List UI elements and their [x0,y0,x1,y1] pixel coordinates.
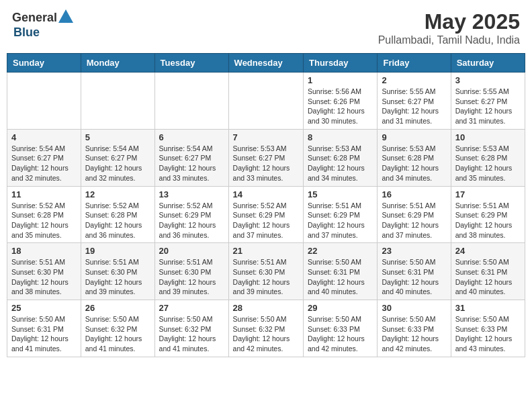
calendar-cell: 15Sunrise: 5:51 AM Sunset: 6:29 PM Dayli… [304,186,378,243]
calendar-cell [228,73,303,130]
day-info: Sunrise: 5:54 AM Sunset: 6:27 PM Dayligh… [11,144,77,183]
day-number: 13 [159,189,224,199]
day-info: Sunrise: 5:50 AM Sunset: 6:31 PM Dayligh… [455,257,521,297]
logo-icon [58,9,73,23]
weekday-header: Monday [81,54,154,73]
day-number: 23 [382,246,446,256]
day-info: Sunrise: 5:51 AM Sunset: 6:29 PM Dayligh… [382,201,446,240]
day-number: 7 [233,132,299,142]
calendar-cell: 18Sunrise: 5:51 AM Sunset: 6:30 PM Dayli… [7,243,81,300]
day-number: 2 [382,75,446,85]
day-info: Sunrise: 5:50 AM Sunset: 6:33 PM Dayligh… [455,314,521,354]
day-info: Sunrise: 5:54 AM Sunset: 6:27 PM Dayligh… [159,144,224,183]
calendar-cell: 4Sunrise: 5:54 AM Sunset: 6:27 PM Daylig… [7,129,81,186]
calendar-cell: 24Sunrise: 5:50 AM Sunset: 6:31 PM Dayli… [451,243,525,300]
calendar-cell: 31Sunrise: 5:50 AM Sunset: 6:33 PM Dayli… [451,300,525,357]
weekday-header: Wednesday [228,54,303,73]
day-number: 18 [11,246,77,256]
calendar-cell: 10Sunrise: 5:53 AM Sunset: 6:28 PM Dayli… [451,129,525,186]
calendar-week-row: 1Sunrise: 5:56 AM Sunset: 6:26 PM Daylig… [7,73,525,130]
day-number: 27 [159,303,224,313]
day-info: Sunrise: 5:55 AM Sunset: 6:27 PM Dayligh… [382,87,446,126]
day-info: Sunrise: 5:50 AM Sunset: 6:31 PM Dayligh… [382,257,446,297]
calendar-cell: 26Sunrise: 5:50 AM Sunset: 6:32 PM Dayli… [81,300,154,357]
calendar-cell: 29Sunrise: 5:50 AM Sunset: 6:33 PM Dayli… [304,300,378,357]
day-info: Sunrise: 5:50 AM Sunset: 6:32 PM Dayligh… [233,314,299,354]
calendar-cell: 30Sunrise: 5:50 AM Sunset: 6:33 PM Dayli… [378,300,451,357]
logo-general: General [12,11,57,25]
day-info: Sunrise: 5:54 AM Sunset: 6:27 PM Dayligh… [85,144,150,183]
day-number: 3 [455,75,521,85]
calendar-cell: 19Sunrise: 5:51 AM Sunset: 6:30 PM Dayli… [81,243,154,300]
calendar-week-row: 11Sunrise: 5:52 AM Sunset: 6:28 PM Dayli… [7,186,525,243]
day-info: Sunrise: 5:55 AM Sunset: 6:27 PM Dayligh… [455,87,521,126]
day-number: 5 [85,132,150,142]
day-number: 26 [85,303,150,313]
day-number: 25 [11,303,77,313]
day-info: Sunrise: 5:51 AM Sunset: 6:29 PM Dayligh… [455,201,521,240]
subtitle: Pullambadi, Tamil Nadu, India [378,34,520,46]
day-info: Sunrise: 5:52 AM Sunset: 6:29 PM Dayligh… [233,201,299,240]
calendar-cell: 23Sunrise: 5:50 AM Sunset: 6:31 PM Dayli… [378,243,451,300]
calendar-cell [154,73,228,130]
calendar-cell: 3Sunrise: 5:55 AM Sunset: 6:27 PM Daylig… [451,73,525,130]
calendar-cell: 12Sunrise: 5:52 AM Sunset: 6:28 PM Dayli… [81,186,154,243]
calendar-cell: 16Sunrise: 5:51 AM Sunset: 6:29 PM Dayli… [378,186,451,243]
day-info: Sunrise: 5:50 AM Sunset: 6:33 PM Dayligh… [308,314,373,354]
title-section: May 2025 Pullambadi, Tamil Nadu, India [378,9,520,46]
day-number: 1 [308,75,373,85]
day-info: Sunrise: 5:56 AM Sunset: 6:26 PM Dayligh… [308,87,373,126]
day-info: Sunrise: 5:53 AM Sunset: 6:28 PM Dayligh… [308,144,373,183]
calendar-cell: 13Sunrise: 5:52 AM Sunset: 6:29 PM Dayli… [154,186,228,243]
day-number: 24 [455,246,521,256]
calendar-cell: 11Sunrise: 5:52 AM Sunset: 6:28 PM Dayli… [7,186,81,243]
day-info: Sunrise: 5:52 AM Sunset: 6:28 PM Dayligh… [11,201,77,240]
calendar-cell [81,73,154,130]
calendar-cell: 8Sunrise: 5:53 AM Sunset: 6:28 PM Daylig… [304,129,378,186]
day-info: Sunrise: 5:53 AM Sunset: 6:27 PM Dayligh… [233,144,299,183]
calendar-cell: 1Sunrise: 5:56 AM Sunset: 6:26 PM Daylig… [304,73,378,130]
day-info: Sunrise: 5:50 AM Sunset: 6:31 PM Dayligh… [11,314,77,354]
day-number: 14 [233,189,299,199]
calendar-cell: 6Sunrise: 5:54 AM Sunset: 6:27 PM Daylig… [154,129,228,186]
day-info: Sunrise: 5:52 AM Sunset: 6:29 PM Dayligh… [159,201,224,240]
page-header: General Blue May 2025 Pullambadi, Tamil … [7,7,525,49]
day-number: 4 [11,132,77,142]
calendar-week-row: 4Sunrise: 5:54 AM Sunset: 6:27 PM Daylig… [7,129,525,186]
logo-blue: Blue [13,26,40,40]
day-number: 31 [455,303,521,313]
calendar-cell: 7Sunrise: 5:53 AM Sunset: 6:27 PM Daylig… [228,129,303,186]
day-number: 28 [233,303,299,313]
weekday-header: Saturday [451,54,525,73]
weekday-header: Friday [378,54,451,73]
weekday-header: Tuesday [154,54,228,73]
day-info: Sunrise: 5:50 AM Sunset: 6:33 PM Dayligh… [382,314,446,354]
calendar-header-row: SundayMondayTuesdayWednesdayThursdayFrid… [7,54,525,73]
day-info: Sunrise: 5:50 AM Sunset: 6:32 PM Dayligh… [159,314,224,354]
day-number: 21 [233,246,299,256]
day-number: 17 [455,189,521,199]
calendar-cell: 14Sunrise: 5:52 AM Sunset: 6:29 PM Dayli… [228,186,303,243]
calendar-week-row: 18Sunrise: 5:51 AM Sunset: 6:30 PM Dayli… [7,243,525,300]
calendar-cell: 21Sunrise: 5:51 AM Sunset: 6:30 PM Dayli… [228,243,303,300]
day-number: 16 [382,189,446,199]
day-number: 10 [455,132,521,142]
calendar-cell: 9Sunrise: 5:53 AM Sunset: 6:28 PM Daylig… [378,129,451,186]
day-number: 30 [382,303,446,313]
day-number: 20 [159,246,224,256]
calendar-cell: 27Sunrise: 5:50 AM Sunset: 6:32 PM Dayli… [154,300,228,357]
day-info: Sunrise: 5:50 AM Sunset: 6:31 PM Dayligh… [308,257,373,297]
day-number: 22 [308,246,373,256]
day-number: 6 [159,132,224,142]
day-info: Sunrise: 5:51 AM Sunset: 6:29 PM Dayligh… [308,201,373,240]
day-info: Sunrise: 5:52 AM Sunset: 6:28 PM Dayligh… [85,201,150,240]
logo: General Blue [12,9,73,40]
calendar-cell: 5Sunrise: 5:54 AM Sunset: 6:27 PM Daylig… [81,129,154,186]
weekday-header: Sunday [7,54,81,73]
day-info: Sunrise: 5:53 AM Sunset: 6:28 PM Dayligh… [455,144,521,183]
main-title: May 2025 [378,9,520,34]
day-info: Sunrise: 5:51 AM Sunset: 6:30 PM Dayligh… [85,257,150,297]
day-number: 11 [11,189,77,199]
day-number: 9 [382,132,446,142]
day-number: 15 [308,189,373,199]
